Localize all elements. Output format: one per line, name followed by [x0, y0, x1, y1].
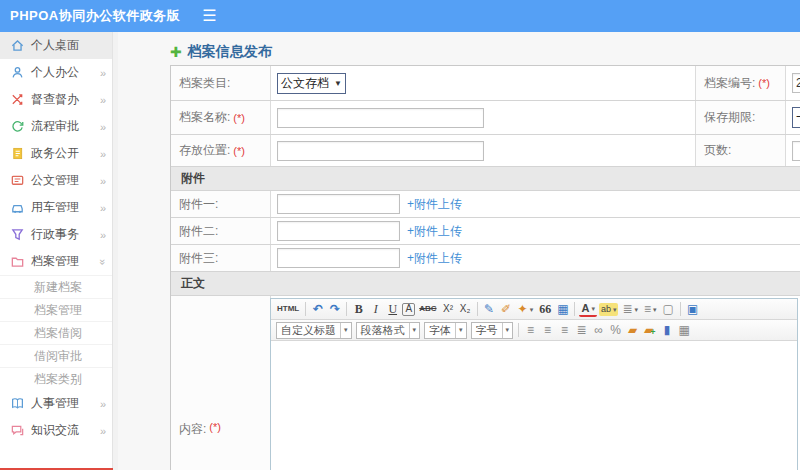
editor-content-area[interactable]: [271, 341, 797, 470]
ordered-list-button[interactable]: ≣▾: [620, 301, 640, 318]
attachment1-upload-link[interactable]: +附件上传: [407, 196, 462, 213]
sidebar-item-doc-mgmt[interactable]: 公文管理»: [0, 167, 112, 194]
insert-media-button[interactable]: ▮: [660, 322, 675, 339]
name-label: 档案名称:: [179, 109, 230, 126]
attachment2-input[interactable]: [277, 221, 400, 241]
doc-icon: [10, 173, 25, 188]
attachment3-input[interactable]: [277, 248, 400, 268]
archive-name-input[interactable]: [277, 108, 484, 128]
editor-toolbar-row1: HTML↶↷BIUAABCX²X₂✎✐✦▾66▦A▾ab▾≣▾≡▾▢▣: [271, 299, 797, 320]
source-code-button[interactable]: HTML: [275, 301, 301, 318]
attachment1-label: 附件一:: [179, 196, 218, 213]
archive-form: 档案类目: 公文存档 ▼ 档案编号:(*) 档案名称:(*) 保存期限: 一年 …: [170, 65, 800, 470]
select-arrow-icon: ▼: [334, 79, 342, 88]
attachment3-upload-link[interactable]: +附件上传: [407, 250, 462, 267]
redo-button[interactable]: ↷: [327, 301, 342, 318]
strikethrough-button[interactable]: ABC: [417, 301, 438, 318]
hamburger-icon[interactable]: ☰: [202, 8, 216, 24]
select-label: 字号: [472, 323, 502, 338]
toolbar-separator: [518, 323, 519, 337]
italic-button[interactable]: I: [368, 301, 383, 318]
font-color-button[interactable]: A▾: [579, 302, 596, 317]
location-input[interactable]: [277, 141, 484, 161]
category-select[interactable]: 公文存档 ▼: [277, 73, 346, 94]
autotypeset-button[interactable]: A: [402, 303, 415, 316]
superscript-button[interactable]: X²: [441, 301, 456, 318]
sidebar-item-label: 公文管理: [31, 172, 79, 189]
eraser-button[interactable]: ✦▾: [516, 301, 536, 318]
sidebar-item-supervise[interactable]: 督查督办»: [0, 86, 112, 113]
sidebar-subitem-archive-category[interactable]: 档案类别: [0, 367, 112, 390]
sidebar-item-label: 用车管理: [31, 199, 79, 216]
sidebar-item-hr[interactable]: 人事管理»: [0, 390, 112, 417]
sidebar-item-desktop[interactable]: 个人桌面: [0, 32, 112, 59]
upload-image-button[interactable]: ▰: [642, 322, 658, 339]
sidebar-subitem-archive-borrow[interactable]: 档案借阅: [0, 321, 112, 344]
align-left-button[interactable]: ≡: [523, 322, 538, 339]
align-right-button[interactable]: ≡: [557, 322, 572, 339]
period-select[interactable]: 一年 ▼: [792, 107, 800, 128]
bold-button[interactable]: B: [351, 301, 366, 318]
form-row-content: 内容:(*) HTML↶↷BIUAABCX²X₂✎✐✦▾66▦A▾ab▾≣▾≡▾…: [171, 296, 800, 470]
sidebar-item-archive[interactable]: 档案管理»: [0, 248, 112, 275]
insert-image-button[interactable]: ▰: [625, 322, 640, 339]
chevron-right-icon: »: [100, 148, 106, 160]
archive-icon: [10, 254, 25, 269]
form-row-location: 存放位置:(*) 页数:: [171, 135, 800, 167]
supervise-icon: [10, 92, 25, 107]
sidebar-item-knowledge[interactable]: 知识交流»: [0, 417, 112, 444]
page-title-text: 档案信息发布: [188, 43, 272, 61]
undo-button[interactable]: ↶: [310, 301, 325, 318]
new-page-button[interactable]: ▢: [661, 301, 676, 318]
chevron-right-icon: »: [100, 202, 106, 214]
paragraph-format-select[interactable]: 段落格式▾: [356, 322, 421, 339]
user-icon: [10, 65, 25, 80]
pages-input[interactable]: [792, 141, 800, 161]
vehicle-icon: [10, 200, 25, 215]
archive-number-input[interactable]: [792, 73, 800, 93]
attachment2-upload-link[interactable]: +附件上传: [407, 223, 462, 240]
form-row-attachment-3: 附件三: +附件上传: [171, 245, 800, 272]
sidebar-item-office[interactable]: 个人办公»: [0, 59, 112, 86]
font-family-select[interactable]: 字体▾: [424, 322, 467, 339]
select-label: 字体: [425, 323, 455, 338]
form-row-category: 档案类目: 公文存档 ▼ 档案编号:(*): [171, 66, 800, 101]
form-row-name: 档案名称:(*) 保存期限: 一年 ▼: [171, 101, 800, 135]
unordered-list-button[interactable]: ≡▾: [642, 301, 659, 318]
chevron-right-icon: »: [100, 229, 106, 241]
underline-button[interactable]: U: [385, 301, 400, 318]
toolbar-separator: [477, 302, 478, 316]
align-justify-button[interactable]: ≣: [574, 322, 589, 339]
toolbar-separator: [574, 302, 575, 316]
sidebar-item-label: 个人办公: [31, 64, 79, 81]
format-painter-button[interactable]: ✎: [482, 301, 497, 318]
subscript-button[interactable]: X₂: [458, 301, 473, 318]
clear-format-button[interactable]: ✐: [499, 301, 514, 318]
sidebar-subitem-borrow-approval[interactable]: 借阅审批: [0, 344, 112, 367]
blockquote-button[interactable]: 66: [537, 301, 553, 318]
custom-title-select[interactable]: 自定义标题▾: [276, 322, 352, 339]
add-icon: ✚: [170, 44, 182, 60]
sidebar-subitem-archive-mgmt[interactable]: 档案管理: [0, 298, 112, 321]
required-marker: (*): [233, 112, 245, 124]
sidebar-item-gov-open[interactable]: 政务公开»: [0, 140, 112, 167]
insert-table-button[interactable]: ▦: [677, 322, 692, 339]
form-row-attachment-1: 附件一: +附件上传: [171, 191, 800, 218]
sidebar-item-vehicle[interactable]: 用车管理»: [0, 194, 112, 221]
font-size-select[interactable]: 字号▾: [471, 322, 514, 339]
sidebar-item-approval[interactable]: 流程审批»: [0, 113, 112, 140]
attachment1-input[interactable]: [277, 194, 400, 214]
required-marker: (*): [209, 421, 221, 433]
highlight-button[interactable]: ab▾: [599, 303, 619, 316]
link-button[interactable]: ∞: [591, 322, 606, 339]
number-label: 档案编号:: [704, 75, 755, 92]
unlink-button[interactable]: %: [608, 322, 623, 339]
sidebar-subitem-new-archive[interactable]: 新建档案: [0, 275, 112, 298]
align-center-button[interactable]: ≡: [540, 322, 555, 339]
fullscreen-button[interactable]: ▣: [685, 301, 700, 318]
insert-date-button[interactable]: ▦: [555, 301, 570, 318]
app-title: PHPOA协同办公软件政务版: [0, 7, 180, 25]
chevron-down-icon: ▾: [455, 323, 466, 338]
chevron-right-icon: »: [100, 121, 106, 133]
sidebar-item-admin[interactable]: 行政事务»: [0, 221, 112, 248]
